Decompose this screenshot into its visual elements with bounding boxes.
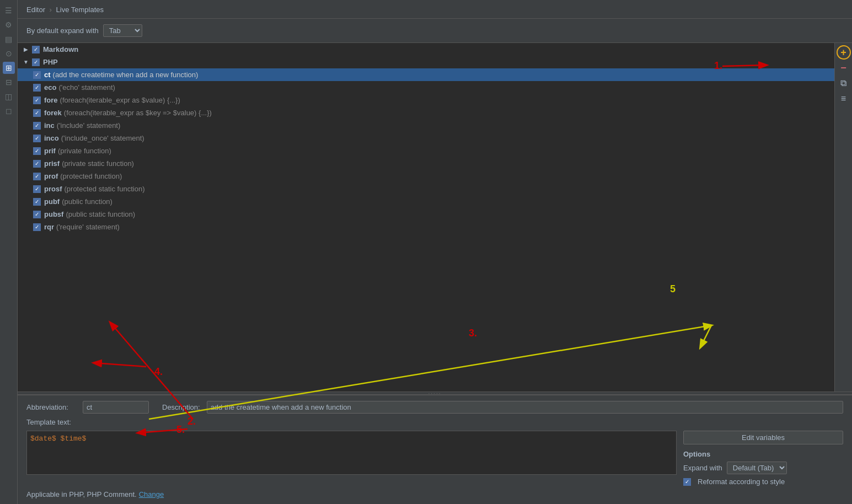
checkbox-fore[interactable]: ✓ <box>33 96 41 104</box>
desc-prif: (private function) <box>58 147 111 155</box>
breadcrumb-page: Live Templates <box>56 6 104 14</box>
form-row-template-label: Template text: <box>26 418 843 426</box>
desc-forek: (foreach(iterable_expr as $key => $value… <box>64 109 212 117</box>
sidebar-icon-extra2[interactable]: ◫ <box>3 90 15 103</box>
checkbox-eco[interactable]: ✓ <box>33 84 41 92</box>
abbrev-fore: fore <box>44 96 58 104</box>
sidebar-icon-search[interactable]: ⊙ <box>3 47 15 60</box>
desc-inco: ('include_once' statement) <box>61 134 144 142</box>
sidebar-icon-folder[interactable]: ▤ <box>3 33 15 45</box>
checkbox-rqr[interactable]: ✓ <box>33 223 41 231</box>
breadcrumb-editor: Editor <box>26 6 45 14</box>
template-row-pubf[interactable]: ✓ pubf (public function) <box>18 195 834 208</box>
template-textarea-container: $date$ $time$ Edit variables Options Exp… <box>26 431 843 486</box>
desc-ct: (add the createtime when add a new funct… <box>53 71 199 79</box>
sidebar-icon-extra1[interactable]: ⊟ <box>3 76 15 88</box>
template-row-prof[interactable]: ✓ prof (protected function) <box>18 170 834 183</box>
template-row-forek[interactable]: ✓ forek (foreach(iterable_expr as $key =… <box>18 106 834 119</box>
expand-arrow-markdown: ▶ <box>22 46 30 53</box>
template-row-prisf[interactable]: ✓ prisf (private static function) <box>18 157 834 170</box>
sidebar-icon-menu[interactable]: ☰ <box>3 4 15 17</box>
desc-fore: (foreach(iterable_expr as $value) {...}) <box>60 96 180 104</box>
abbreviation-label: Abbreviation: <box>26 403 76 411</box>
desc-pubf: (public function) <box>62 197 112 206</box>
template-row-inc[interactable]: ✓ inc ('include' statement) <box>18 119 834 132</box>
template-row-eco[interactable]: ✓ eco ('echo' statement) <box>18 81 834 94</box>
reformat-row: ✓ Reformat according to style <box>683 478 843 486</box>
left-sidebar: ☰ ⚙ ▤ ⊙ ⊞ ⊟ ◫ ◻ <box>0 0 18 504</box>
checkbox-prisf[interactable]: ✓ <box>33 160 41 168</box>
expand-with-select[interactable]: Tab Enter Space <box>103 24 142 37</box>
right-toolbar: + − ⧉ ≡ <box>834 43 852 392</box>
checkbox-ct[interactable]: ✓ <box>33 71 41 79</box>
desc-prof: (protected function) <box>60 172 122 180</box>
abbrev-prisf: prisf <box>44 159 60 168</box>
abbreviation-input[interactable] <box>83 401 149 414</box>
desc-pubsf: (public static function) <box>66 210 135 218</box>
template-row-fore[interactable]: ✓ fore (foreach(iterable_expr as $value)… <box>18 94 834 106</box>
reformat-label: Reformat according to style <box>698 478 785 486</box>
abbrev-forek: forek <box>44 109 62 117</box>
desc-inc: ('include' statement) <box>57 121 121 130</box>
more-options-button[interactable]: ≡ <box>837 92 851 106</box>
group-row-php[interactable]: ▼ ✓ PHP <box>18 56 834 68</box>
checkbox-inc[interactable]: ✓ <box>33 122 41 130</box>
template-text-label: Template text: <box>26 418 76 426</box>
sidebar-icon-extra3[interactable]: ◻ <box>3 105 15 117</box>
edit-variables-button[interactable]: Edit variables <box>683 431 843 444</box>
checkbox-php[interactable]: ✓ <box>32 58 40 66</box>
add-template-button[interactable]: + <box>837 45 851 60</box>
group-row-markdown[interactable]: ▶ ✓ Markdown <box>18 43 834 56</box>
checkbox-prosf[interactable]: ✓ <box>33 185 41 193</box>
template-textarea[interactable]: $date$ $time$ <box>26 431 677 475</box>
copy-template-button[interactable]: ⧉ <box>837 76 851 90</box>
template-row-prosf[interactable]: ✓ prosf (protected static function) <box>18 183 834 195</box>
template-row-pubsf[interactable]: ✓ pubsf (public static function) <box>18 208 834 221</box>
checkbox-forek[interactable]: ✓ <box>33 109 41 117</box>
template-row-inco[interactable]: ✓ inco ('include_once' statement) <box>18 132 834 144</box>
template-row-ct[interactable]: ✓ ct (add the createtime when add a new … <box>18 68 834 81</box>
expand-with-options-select[interactable]: Default (Tab) Tab Enter Space <box>727 462 787 474</box>
desc-eco: ('echo' statement) <box>58 83 115 92</box>
abbrev-prosf: prosf <box>44 185 62 193</box>
checkbox-pubsf[interactable]: ✓ <box>33 211 41 218</box>
checkbox-inco[interactable]: ✓ <box>33 135 41 142</box>
applicable-row: Applicable in PHP, PHP Comment. Change <box>26 490 843 498</box>
reformat-checkbox[interactable]: ✓ <box>683 478 691 486</box>
expand-with-label: Expand with <box>683 464 722 472</box>
description-label: Description: <box>162 403 200 411</box>
breadcrumb: Editor › Live Templates <box>26 6 104 14</box>
abbrev-prif: prif <box>44 147 56 155</box>
abbrev-pubsf: pubsf <box>44 210 63 218</box>
options-label: Options <box>683 450 843 458</box>
checkbox-prof[interactable]: ✓ <box>33 173 41 180</box>
templates-list: ▶ ✓ Markdown ▼ ✓ PHP ✓ ct (add the creat… <box>18 43 834 392</box>
header: Editor › Live Templates <box>18 0 852 19</box>
sidebar-icon-settings[interactable]: ⚙ <box>3 19 15 31</box>
template-row-rqr[interactable]: ✓ rqr ('require' statement) <box>18 221 834 233</box>
topbar-label: By default expand with <box>26 26 99 35</box>
abbrev-ct: ct <box>44 71 51 79</box>
template-row-prif[interactable]: ✓ prif (private function) <box>18 144 834 157</box>
content-area: ▶ ✓ Markdown ▼ ✓ PHP ✓ ct (add the creat… <box>18 43 852 392</box>
right-options: Edit variables Options Expand with Defau… <box>683 431 843 486</box>
abbrev-eco: eco <box>44 83 56 92</box>
applicable-change-link[interactable]: Change <box>139 490 164 498</box>
topbar: By default expand with Tab Enter Space <box>18 19 852 43</box>
desc-rqr: ('require' statement) <box>56 223 120 231</box>
applicable-label: Applicable in PHP, PHP Comment. <box>26 490 137 498</box>
checkbox-markdown[interactable]: ✓ <box>32 46 40 53</box>
checkbox-prif[interactable]: ✓ <box>33 147 41 155</box>
remove-template-button[interactable]: − <box>837 61 851 75</box>
form-row-abbrev-desc: Abbreviation: Description: <box>26 401 843 414</box>
checkbox-pubf[interactable]: ✓ <box>33 198 41 206</box>
group-name-php: PHP <box>43 58 58 66</box>
breadcrumb-separator: › <box>50 6 52 14</box>
description-input[interactable] <box>207 401 843 414</box>
bottom-panel: Abbreviation: Description: Template text… <box>18 395 852 504</box>
abbrev-pubf: pubf <box>44 197 60 206</box>
expand-arrow-php: ▼ <box>22 58 30 66</box>
abbrev-inc: inc <box>44 121 55 130</box>
abbrev-rqr: rqr <box>44 223 54 231</box>
sidebar-icon-templates[interactable]: ⊞ <box>3 62 15 74</box>
